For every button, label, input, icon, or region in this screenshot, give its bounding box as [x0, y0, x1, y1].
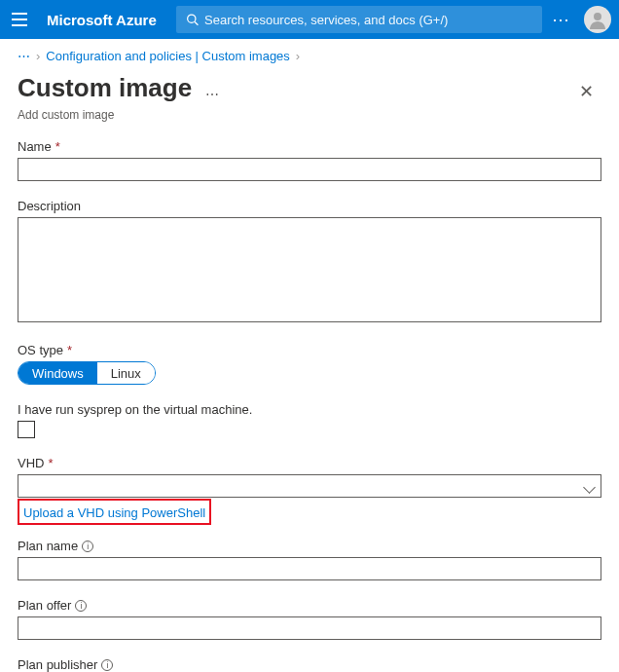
top-bar: Microsoft Azure ⋯ [0, 0, 619, 39]
ostype-label: OS type* [18, 343, 601, 357]
chevron-right-icon: › [36, 49, 40, 63]
name-input[interactable] [18, 158, 601, 181]
svg-point-0 [187, 15, 195, 22]
close-icon[interactable]: ✕ [571, 77, 601, 106]
avatar[interactable] [584, 6, 611, 33]
page-header: Custom image ⋯ ✕ [0, 67, 619, 108]
plan-offer-label: Plan offer i [18, 598, 601, 613]
description-input[interactable] [18, 217, 601, 322]
search-icon [186, 13, 199, 26]
global-search[interactable] [176, 6, 542, 33]
sysprep-label: I have run sysprep on the virtual machin… [18, 402, 601, 417]
plan-publisher-label: Plan publisher i [18, 657, 601, 672]
title-more-icon[interactable]: ⋯ [205, 87, 219, 102]
svg-point-2 [594, 13, 601, 20]
info-icon[interactable]: i [101, 659, 113, 671]
hamburger-menu-icon[interactable] [8, 8, 31, 31]
vhd-label: VHD* [18, 456, 601, 470]
upload-link-highlight: Upload a VHD using PowerShell [18, 499, 211, 525]
sysprep-checkbox[interactable] [18, 421, 35, 438]
ostype-toggle: Windows Linux [18, 361, 156, 385]
breadcrumb-link[interactable]: Configuration and policies | Custom imag… [46, 49, 290, 63]
more-icon[interactable]: ⋯ [552, 9, 570, 30]
plan-name-label: Plan name i [18, 539, 601, 553]
ostype-windows-button[interactable]: Windows [18, 362, 97, 384]
vhd-select[interactable] [18, 474, 601, 498]
user-icon [588, 10, 607, 29]
breadcrumb-more-icon[interactable]: ⋯ [18, 49, 30, 63]
description-label: Description [18, 199, 601, 213]
search-input[interactable] [204, 13, 532, 27]
breadcrumb: ⋯ › Configuration and policies | Custom … [0, 39, 619, 67]
plan-offer-input[interactable] [18, 616, 601, 640]
brand-label[interactable]: Microsoft Azure [47, 12, 157, 28]
page-subtitle: Add custom image [0, 108, 619, 139]
page-title: Custom image [18, 73, 192, 103]
info-icon[interactable]: i [82, 541, 93, 552]
chevron-right-icon: › [296, 49, 300, 63]
name-label: Name* [18, 139, 601, 154]
form: Name* Description OS type* Windows Linux… [0, 139, 619, 672]
upload-vhd-link[interactable]: Upload a VHD using PowerShell [19, 503, 209, 523]
plan-name-input[interactable] [18, 557, 601, 580]
ostype-linux-button[interactable]: Linux [97, 362, 155, 384]
info-icon[interactable]: i [75, 600, 87, 612]
svg-line-1 [195, 21, 198, 24]
